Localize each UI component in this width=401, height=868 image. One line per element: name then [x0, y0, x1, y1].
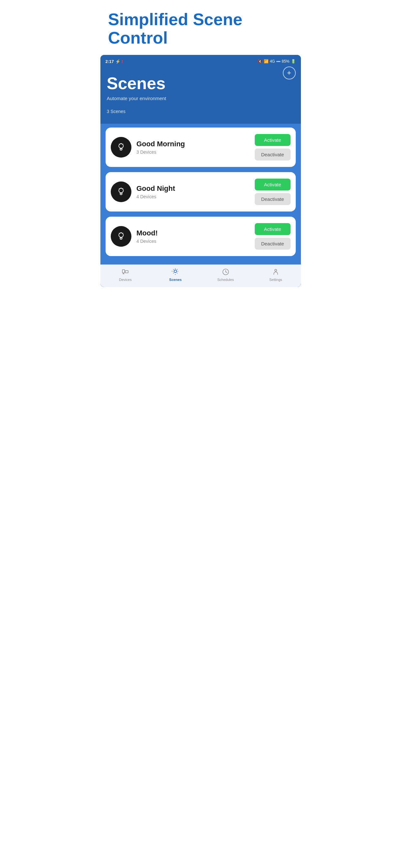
deactivate-good-morning-button[interactable]: Deactivate: [255, 149, 290, 160]
scene-name-good-morning: Good Morning: [136, 140, 250, 148]
schedules-icon: [221, 268, 230, 276]
devices-icon: [121, 268, 130, 276]
content-area: Good Morning 3 Devices Activate Deactiva…: [100, 124, 301, 287]
svg-line-13: [123, 233, 123, 234]
scenes-count: 3 Scenes: [107, 109, 295, 114]
svg-point-0: [119, 144, 123, 148]
nav-label-scenes: Scenes: [169, 278, 182, 282]
scenes-heading: Scenes: [107, 74, 295, 93]
scene-name-good-night: Good Night: [136, 184, 250, 193]
svg-line-4: [119, 144, 120, 144]
svg-point-19: [174, 270, 177, 273]
status-bar: 2:17 ⚡ ! 🔇 📶 4G ▪▪▪ 85% 🔋: [100, 55, 301, 66]
status-time: 2:17 ⚡ !: [105, 59, 123, 64]
scene-name-mood: Mood!: [136, 229, 250, 237]
scene-card-mood: Mood! 4 Devices Activate Deactivate: [105, 217, 296, 256]
nav-label-schedules: Schedules: [217, 278, 234, 282]
nav-item-devices[interactable]: Devices: [100, 268, 150, 283]
phone-mockup: 2:17 ⚡ ! 🔇 📶 4G ▪▪▪ 85% 🔋 + Scenes Autom…: [100, 55, 301, 287]
scene-devices-mood: 4 Devices: [136, 239, 250, 244]
svg-line-26: [177, 273, 177, 273]
svg-line-3: [123, 144, 123, 144]
svg-line-8: [123, 188, 123, 189]
status-icons: 🔇 📶 4G ▪▪▪ 85% 🔋: [258, 59, 296, 64]
page-title-area: Simplified Scene Control: [100, 0, 301, 55]
scene-info-mood: Mood! 4 Devices: [136, 229, 250, 244]
scene-icon-good-night: [111, 182, 131, 202]
app-header: + Scenes Automate your environment 3 Sce…: [100, 66, 301, 123]
scene-actions-good-morning: Activate Deactivate: [255, 134, 290, 160]
scene-info-good-night: Good Night 4 Devices: [136, 184, 250, 199]
deactivate-mood-button[interactable]: Deactivate: [255, 238, 290, 250]
activate-mood-button[interactable]: Activate: [255, 223, 290, 235]
scene-card-good-night: Good Night 4 Devices Activate Deactivate: [105, 172, 296, 212]
nav-item-schedules[interactable]: Schedules: [201, 268, 251, 283]
add-scene-button[interactable]: +: [283, 66, 296, 80]
svg-line-24: [177, 269, 177, 269]
svg-line-9: [119, 188, 120, 189]
scene-info-good-morning: Good Morning 3 Devices: [136, 140, 250, 155]
nav-item-settings[interactable]: Settings: [251, 268, 301, 283]
scene-actions-good-night: Activate Deactivate: [255, 179, 290, 205]
activate-good-night-button[interactable]: Activate: [255, 179, 290, 190]
page-title: Simplified Scene Control: [108, 10, 293, 47]
scene-icon-good-morning: [111, 137, 131, 158]
settings-icon: [271, 268, 280, 276]
svg-line-30: [226, 272, 227, 273]
scene-devices-good-morning: 3 Devices: [136, 150, 250, 155]
scene-card-good-morning: Good Morning 3 Devices Activate Deactiva…: [105, 128, 296, 167]
svg-point-5: [119, 188, 123, 193]
nav-label-settings: Settings: [269, 278, 282, 282]
svg-line-14: [119, 233, 120, 234]
bottom-nav: Devices Scenes: [100, 265, 301, 287]
scenes-icon: [171, 268, 180, 276]
activate-good-morning-button[interactable]: Activate: [255, 134, 290, 146]
svg-rect-16: [125, 271, 128, 273]
scenes-subtitle: Automate your environment: [107, 96, 295, 101]
scene-icon-mood: [111, 226, 131, 247]
scene-actions-mood: Activate Deactivate: [255, 223, 290, 250]
svg-rect-15: [122, 270, 125, 273]
nav-label-devices: Devices: [119, 278, 132, 282]
nav-item-scenes[interactable]: Scenes: [150, 268, 201, 283]
deactivate-good-night-button[interactable]: Deactivate: [255, 193, 290, 205]
svg-point-31: [275, 269, 277, 271]
scene-devices-good-night: 4 Devices: [136, 194, 250, 199]
svg-point-10: [119, 233, 123, 237]
